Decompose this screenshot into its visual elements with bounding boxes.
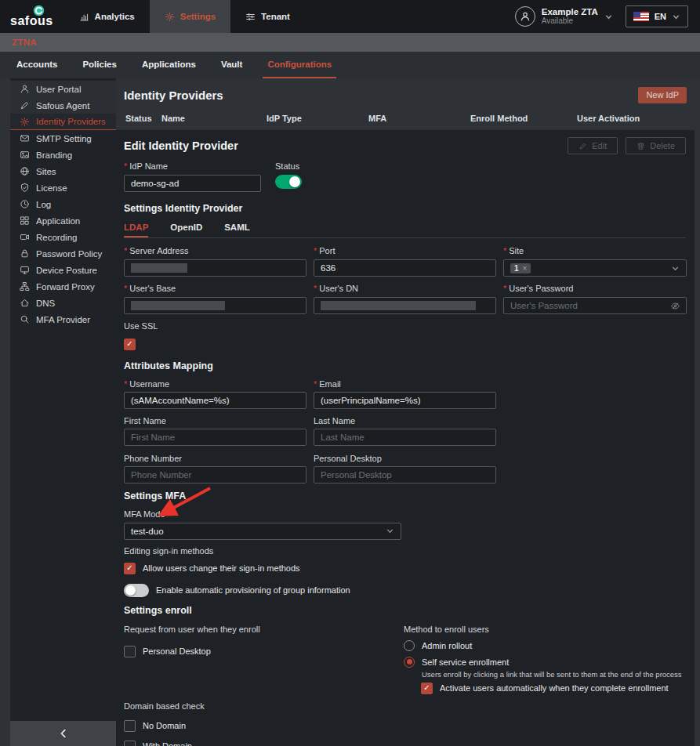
personal-desktop-input[interactable] [314,466,496,483]
idp-name-input[interactable] [124,175,261,192]
sidebar-item-branding[interactable]: Branding [10,147,116,163]
server-address-input[interactable] [124,259,306,277]
sidebar-item-safous-agent[interactable]: Safous Agent [10,97,116,114]
request-enroll-label: Request from user when they enroll [124,625,404,634]
lock-icon [20,248,30,259]
chevron-left-icon [58,728,69,739]
auto-provision-toggle[interactable] [124,584,149,597]
sidebar-item-dns[interactable]: DNS [10,295,116,311]
port-input[interactable] [314,259,496,277]
user-icon [520,11,531,22]
last-name-input[interactable] [314,429,496,446]
email-label: *Email [314,379,496,389]
server-address-label: *Server Address [124,246,306,255]
sidebar-item-sites[interactable]: Sites [10,163,116,179]
brand-logo[interactable]: safous [0,0,64,33]
sidebar-item-user-portal[interactable]: User Portal [10,81,116,97]
us-flag-icon [633,12,649,21]
with-domain-checkbox[interactable] [124,741,136,746]
tab-accounts[interactable]: Accounts [12,52,62,78]
sidebar-collapse-button[interactable] [10,721,116,746]
mfa-mode-select[interactable]: test-duo [124,523,401,540]
use-ssl-checkbox[interactable] [124,339,136,350]
mfa-mode-label: MFA Mode [124,509,686,519]
idp-type-tab-openid[interactable]: OpenID [170,219,202,237]
activate-users-checkbox[interactable] [421,683,433,694]
account-status: Available [542,16,598,26]
shield-check-icon [20,183,30,193]
app-window: safous AnalyticsSettingsTenant Example Z… [0,0,700,746]
sidebar-item-forward-proxy[interactable]: Forward Proxy [10,278,116,295]
new-idp-button[interactable]: New IdP [638,87,687,103]
image-icon [20,150,30,160]
method-enroll-label: Method to enroll users [404,625,686,634]
status-toggle[interactable] [275,175,302,189]
delete-button[interactable]: Delete [626,137,686,154]
brand-wordmark: safous [10,15,53,27]
redacted-value [131,301,225,310]
site-select[interactable]: 1× [503,259,687,277]
section-tabs: AccountsPoliciesApplicationsVaultConfigu… [0,52,700,78]
tab-vault[interactable]: Vault [216,52,247,78]
idp-name-label: *IdP Name [124,161,275,171]
sidebar-item-log[interactable]: Log [10,196,116,212]
mail-icon [20,133,30,143]
sidebar-item-device-posture[interactable]: Device Posture [10,262,116,278]
topnav-analytics[interactable]: Analytics [64,0,150,33]
last-name-label: Last Name [314,416,496,426]
idp-type-tab-saml[interactable]: SAML [224,219,250,237]
chevron-down-icon [386,527,394,535]
sidebar-item-password-policy[interactable]: Password Policy [10,245,116,262]
sidebar-item-identity-providers[interactable]: Identity Providers [10,114,116,130]
eye-off-icon[interactable] [670,301,680,311]
sitemap-icon [20,281,30,292]
personal-desktop-checkbox[interactable] [124,646,136,657]
topnav-tenant[interactable]: Tenant [230,0,305,33]
tab-applications[interactable]: Applications [137,52,201,78]
allow-change-label: Allow users change their sign-in methods [143,563,300,573]
sidebar-item-license[interactable]: License [10,179,116,196]
username-input[interactable] [124,392,306,409]
topbar: safous AnalyticsSettingsTenant Example Z… [0,0,700,33]
attributes-mapping-heading: Attributes Mapping [124,360,686,371]
redacted-value [131,263,187,273]
trash-icon [637,142,645,150]
topnav-settings[interactable]: Settings [150,0,230,33]
admin-rollout-radio[interactable] [404,640,415,651]
chart-icon [79,12,89,22]
pen-icon [20,100,30,110]
users-dn-input[interactable] [314,297,496,314]
first-name-input[interactable] [124,429,306,446]
account-menu[interactable]: Example ZTA Available [515,6,613,27]
use-ssl-label: Use SSL [124,321,686,331]
admin-rollout-label: Admin rollout [422,641,472,650]
tab-policies[interactable]: Policies [78,52,121,78]
allow-change-checkbox[interactable] [124,563,136,574]
language-selector[interactable]: EN [626,5,688,27]
site-tag: 1× [510,263,531,273]
no-domain-label: No Domain [143,721,186,730]
idp-type-tabs: LDAPOpenIDSAML [124,219,686,238]
remove-tag-icon[interactable]: × [523,264,528,273]
with-domain-label: With Domain [143,741,192,746]
gear-icon [165,12,175,22]
no-domain-checkbox[interactable] [124,720,136,732]
port-label: *Port [314,246,496,255]
account-name: Example ZTA [542,7,598,16]
tab-configurations[interactable]: Configurations [263,52,336,78]
status-label: Status [275,161,302,171]
sidebar-item-smtp-setting[interactable]: SMTP Setting [10,130,116,147]
monitor-icon [20,265,30,275]
users-password-input[interactable] [503,297,687,314]
table-header-cell: Name [161,114,267,123]
self-service-radio[interactable] [404,657,415,668]
users-base-input[interactable] [124,297,306,314]
edit-button[interactable]: Edit [568,137,618,154]
sidebar-item-application[interactable]: Application [10,212,116,229]
email-input[interactable] [314,392,496,409]
table-header-cell: User Activation [577,114,640,123]
sidebar-item-mfa-provider[interactable]: MFA Provider [10,311,116,328]
phone-number-input[interactable] [124,466,306,483]
sidebar-item-recording[interactable]: Recording [10,229,116,245]
idp-type-tab-ldap[interactable]: LDAP [124,219,148,237]
